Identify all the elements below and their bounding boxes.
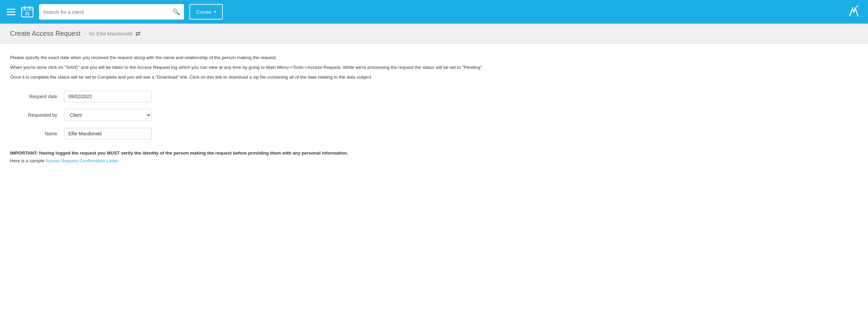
instruction-line-2: When you're done click on "SAVE" and you…	[10, 64, 858, 72]
request-date-label: Request date	[10, 94, 64, 99]
switch-client-icon[interactable]: ⇄	[135, 30, 141, 37]
menu-icon[interactable]	[7, 9, 16, 15]
name-input[interactable]	[64, 128, 152, 139]
requested-by-row: Requested by Client Third Party Other	[10, 109, 858, 121]
sub-header-client: for Ellie Macdonald	[89, 31, 132, 36]
sub-header-dash: -	[84, 31, 86, 37]
form-section: Request date Requested by Client Third P…	[10, 91, 858, 139]
request-date-input[interactable]	[64, 91, 152, 102]
requested-by-select[interactable]: Client Third Party Other	[64, 109, 152, 121]
app-header: 31 🔍 Create ▾	[0, 0, 868, 24]
chevron-down-icon: ▾	[214, 9, 216, 14]
instruction-line-3: Once it is complete the status will be s…	[10, 74, 858, 81]
important-notice: IMPORTANT: Having logged the request you…	[10, 149, 858, 165]
search-icon: 🔍	[173, 8, 180, 16]
request-date-row: Request date	[10, 91, 858, 102]
instructions: Please specify the exact date when you r…	[10, 54, 858, 81]
search-input[interactable]	[43, 9, 170, 15]
search-bar[interactable]: 🔍	[39, 4, 184, 20]
logo	[846, 4, 861, 19]
notice-prefix: Here is a sample	[10, 158, 45, 163]
svg-text:31: 31	[25, 11, 30, 16]
important-bold-text: IMPORTANT: Having logged the request you…	[10, 150, 348, 156]
page-title: Create Access Request	[10, 30, 81, 37]
create-button-label: Create	[196, 9, 211, 15]
name-label: Name	[10, 131, 64, 136]
create-button[interactable]: Create ▾	[189, 4, 223, 20]
sub-header: Create Access Request - for Ellie Macdon…	[0, 24, 868, 44]
requested-by-label: Requested by	[10, 112, 64, 118]
instruction-line-1: Please specify the exact date when you r…	[10, 54, 858, 62]
access-request-letter-link[interactable]: Access Request Confirmation Letter.	[45, 158, 119, 163]
svg-rect-1	[22, 7, 33, 11]
main-content: Please specify the exact date when you r…	[0, 44, 868, 175]
calendar-icon[interactable]: 31	[21, 5, 34, 18]
name-row: Name	[10, 128, 858, 139]
